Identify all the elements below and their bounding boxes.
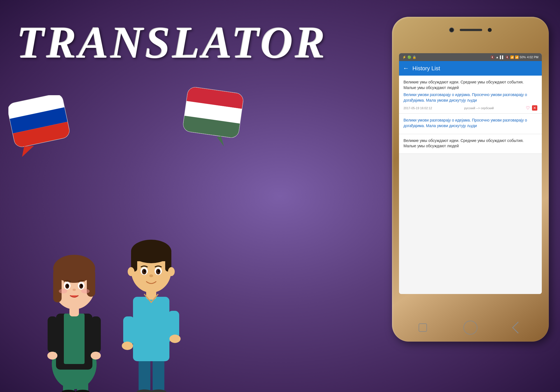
app-bar: ← History List <box>399 61 542 76</box>
wifi-icon: ▲ <box>496 55 499 59</box>
svg-rect-18 <box>64 314 85 364</box>
svg-point-38 <box>81 289 90 293</box>
original-text-3: Великие умы обсуждают идеи. Средние умы … <box>403 138 537 149</box>
svg-point-39 <box>73 289 76 291</box>
svg-point-37 <box>59 289 67 293</box>
status-bar: ⚡ 🟢 🔒 🔇 ▲ ▌▌ 🔇 📶 📶 50% 4:02 PM <box>399 53 542 61</box>
svg-point-60 <box>144 270 146 272</box>
svg-rect-14 <box>77 375 88 392</box>
app-title: TRANSLATOR <box>17 17 327 69</box>
svg-point-21 <box>47 352 57 360</box>
meta-actions-1: ♡ ✕ <box>526 105 537 111</box>
svg-rect-46 <box>168 311 179 339</box>
phone-nav-buttons <box>392 321 549 335</box>
date-1: 2017-05-19 16:02:12 <box>403 106 432 110</box>
translated-text-2: Велики умови разговарају о идејама. Прос… <box>403 118 537 129</box>
svg-rect-19 <box>48 316 57 353</box>
mute-icon: 🔇 <box>491 55 494 59</box>
original-text-1: Великие умы обсуждают идеи. Средние умы … <box>403 80 537 90</box>
home-button[interactable] <box>463 321 477 335</box>
male-character <box>112 190 190 392</box>
recent-apps-button[interactable] <box>419 323 427 332</box>
svg-rect-20 <box>91 316 101 353</box>
selfie-camera <box>488 28 492 32</box>
svg-point-48 <box>122 342 133 350</box>
history-item-1[interactable]: Великие умы обсуждают идеи. Средние умы … <box>399 76 542 114</box>
delete-button-1[interactable]: ✕ <box>532 105 537 111</box>
female-character <box>34 174 115 392</box>
svg-rect-13 <box>63 375 74 392</box>
svg-point-47 <box>132 330 171 347</box>
history-list[interactable]: Великие умы обсуждают идеи. Средние умы … <box>399 76 542 154</box>
svg-point-64 <box>168 267 175 276</box>
svg-rect-26 <box>53 269 62 302</box>
svg-point-63 <box>128 267 134 276</box>
lang-pair-1: русский --> сербский <box>464 106 494 110</box>
translated-text-1: Велики умови разговарају о идејама. Прос… <box>403 92 537 103</box>
favorite-button-1[interactable]: ♡ <box>526 105 530 111</box>
svg-point-62 <box>149 274 153 277</box>
history-meta-1: 2017-05-19 16:02:12 русский --> сербский… <box>403 105 537 111</box>
screen-title: History List <box>412 65 440 72</box>
status-left-icons: ⚡ 🟢 🔒 <box>402 55 416 59</box>
svg-rect-44 <box>133 297 169 361</box>
svg-point-32 <box>67 284 69 287</box>
usb-icon: ⚡ <box>402 55 406 59</box>
svg-point-61 <box>158 270 160 272</box>
phone-mockup: ⚡ 🟢 🔒 🔇 ▲ ▌▌ 🔇 📶 📶 50% 4:02 PM ← History… <box>392 17 549 342</box>
notification-icon: 🟢 <box>407 55 411 59</box>
svg-marker-11 <box>216 136 225 146</box>
back-button[interactable]: ← <box>403 65 409 72</box>
svg-point-33 <box>81 284 83 287</box>
time-display: 4:02 PM <box>527 55 538 59</box>
security-icon: 🔒 <box>412 55 416 59</box>
history-item-2[interactable]: Велики умови разговарају о идејама. Прос… <box>399 114 542 134</box>
svg-point-49 <box>169 335 181 343</box>
signal-icon: ▌▌ <box>500 55 504 59</box>
russian-flag-bubble <box>8 95 76 158</box>
back-nav-button[interactable] <box>512 322 524 333</box>
status-right-icons: 🔇 ▲ ▌▌ 🔇 📶 📶 50% 4:02 PM <box>491 55 538 59</box>
front-camera <box>449 27 454 32</box>
battery-text: 🔇 📶 📶 50% <box>505 55 526 59</box>
speaker-grille <box>460 29 482 31</box>
phone-screen: ⚡ 🟢 🔒 🔇 ▲ ▌▌ 🔇 📶 📶 50% 4:02 PM ← History… <box>399 53 542 294</box>
history-item-3[interactable]: Великие умы обсуждают идеи. Средние умы … <box>399 134 542 154</box>
hungarian-flag-bubble <box>179 87 246 150</box>
svg-point-22 <box>91 352 101 360</box>
phone-top-bar <box>398 22 543 35</box>
